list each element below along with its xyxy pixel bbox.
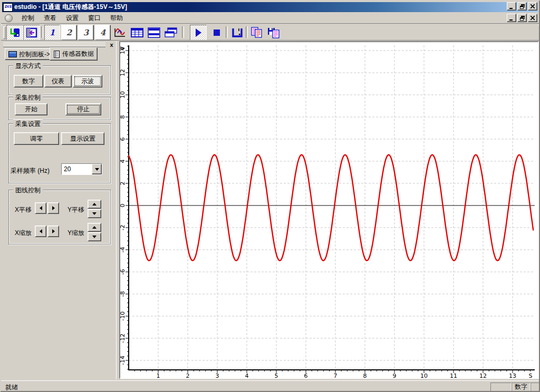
x-zoom-label: X缩放	[15, 229, 32, 238]
svg-text:8: 8	[120, 115, 126, 119]
child-close-button[interactable]	[528, 14, 537, 22]
meter-mode-label: 仪表	[52, 77, 64, 86]
menu-view[interactable]: 查看	[39, 13, 61, 24]
zero-button[interactable]: 调零	[14, 132, 59, 145]
display-settings-button[interactable]: 显示设置	[61, 132, 104, 145]
display-settings-label: 显示设置	[70, 134, 95, 143]
svg-text:-10: -10	[120, 311, 126, 321]
mdi-system-icon[interactable]	[5, 14, 13, 22]
grid-lines	[129, 45, 535, 370]
title-bar: DIS estudio - [1通道 电压传感器-15V～15V]	[2, 2, 538, 12]
axes	[128, 45, 535, 370]
svg-text:-12: -12	[120, 334, 126, 343]
svg-text:7: 7	[334, 373, 338, 378]
svg-text:-2: -2	[120, 225, 126, 231]
channel-2-button[interactable]: 2	[61, 25, 77, 41]
tab-control-panel[interactable]: 控制面板->	[5, 48, 54, 60]
y-pan-down-button[interactable]	[88, 209, 101, 218]
save-data-icon	[267, 27, 280, 38]
arrow-up-icon	[92, 203, 97, 205]
svg-text:10: 10	[120, 91, 126, 99]
arrow-down-icon	[92, 212, 97, 215]
play-button[interactable]	[190, 25, 207, 41]
menu-window[interactable]: 窗口	[83, 13, 105, 24]
channel-1-button[interactable]: 1	[44, 25, 60, 41]
channel-4-label: 4	[100, 28, 105, 37]
x-zoom-in-button[interactable]	[47, 226, 59, 237]
sample-rate-combobox[interactable]: 20	[61, 163, 102, 175]
exit-door-icon	[9, 27, 21, 38]
x-zoom-out-button[interactable]	[35, 226, 46, 237]
channel-3-button[interactable]: 3	[78, 25, 94, 41]
y-pan-label: Y平移	[68, 205, 84, 214]
minimize-icon	[509, 4, 514, 9]
copy-data-button[interactable]	[248, 25, 265, 41]
app-icon: DIS	[3, 3, 13, 12]
svg-text:11: 11	[450, 373, 457, 378]
oscilloscope-view: 12345678910111213S-14-12-10-8-6-4-202468…	[119, 41, 539, 379]
restore-icon	[520, 4, 525, 9]
channel-4-button[interactable]: 4	[95, 25, 111, 41]
scope-mode-button[interactable]: 示波	[73, 75, 102, 87]
stop-button[interactable]	[209, 25, 225, 41]
toolbar-grip[interactable]	[3, 26, 6, 39]
sensor-data-icon	[53, 51, 60, 58]
tab-sensor-data[interactable]: 传感器数据	[50, 47, 98, 61]
meter-mode-button[interactable]: 仪表	[44, 75, 72, 87]
split-view-button[interactable]	[146, 25, 162, 41]
exit-button[interactable]	[6, 25, 23, 41]
child-minimize-button[interactable]	[507, 14, 516, 22]
svg-text:6: 6	[304, 373, 308, 378]
panel-close-button[interactable]: x	[108, 42, 115, 49]
svg-text:5: 5	[275, 373, 278, 378]
group-settings-title: 采集设置	[13, 120, 43, 129]
client-area: x 控制面板-> 传感器数据 显示方式	[1, 41, 540, 379]
status-message: 就绪	[5, 383, 18, 392]
status-cell-empty	[531, 383, 540, 391]
svg-text:10: 10	[420, 373, 428, 378]
digital-mode-button[interactable]: 数字	[14, 75, 43, 87]
svg-text:8: 8	[363, 373, 367, 378]
channel-1-label: 1	[50, 28, 55, 37]
tab-sensor-data-label: 传感器数据	[62, 50, 94, 58]
stop-acquisition-button[interactable]: 停止	[65, 103, 101, 115]
waveform-view-button[interactable]	[112, 25, 128, 41]
arrow-left-icon	[40, 229, 42, 233]
sample-rate-value[interactable]: 20	[62, 164, 92, 174]
back-window-button[interactable]	[23, 25, 40, 41]
child-restore-icon	[520, 16, 525, 21]
start-button[interactable]: 开始	[15, 103, 47, 115]
sample-rate-dropdown-button[interactable]	[92, 164, 102, 174]
svg-text:-4: -4	[120, 247, 126, 253]
x-pan-left-button[interactable]	[35, 202, 46, 214]
toolbar-separator	[182, 26, 184, 38]
menu-help[interactable]: 帮助	[105, 13, 128, 24]
x-pan-right-button[interactable]	[47, 202, 59, 214]
svg-text:2: 2	[120, 182, 126, 185]
svg-text:2: 2	[186, 373, 190, 378]
close-button[interactable]	[528, 2, 537, 11]
save-data-button[interactable]	[265, 25, 282, 41]
waveform-icon	[113, 27, 126, 38]
restore-button[interactable]	[517, 2, 527, 11]
scope-mode-label: 示波	[81, 77, 94, 86]
sample-rate-label: 采样频率 (Hz)	[11, 166, 50, 175]
svg-text:12: 12	[479, 373, 487, 378]
group-acquisition-title: 采集控制	[13, 93, 43, 102]
cascade-windows-button[interactable]	[162, 25, 179, 41]
arrow-right-icon	[52, 229, 55, 233]
data-table-button[interactable]	[129, 25, 146, 41]
status-cell-empty	[490, 383, 512, 391]
x-axis-unit: S	[529, 373, 533, 378]
y-zoom-in-button[interactable]	[88, 223, 101, 232]
tab-control-panel-label: 控制面板->	[19, 50, 50, 59]
y-zoom-out-button[interactable]	[88, 232, 101, 241]
save-button[interactable]	[229, 25, 246, 41]
menu-settings[interactable]: 设置	[61, 13, 83, 24]
y-pan-up-button[interactable]	[88, 200, 101, 209]
save-icon	[231, 27, 244, 38]
status-cell-mode: 数字	[512, 383, 531, 391]
minimize-button[interactable]	[507, 2, 516, 11]
menu-control[interactable]: 控制	[17, 13, 39, 24]
child-restore-button[interactable]	[517, 14, 527, 22]
